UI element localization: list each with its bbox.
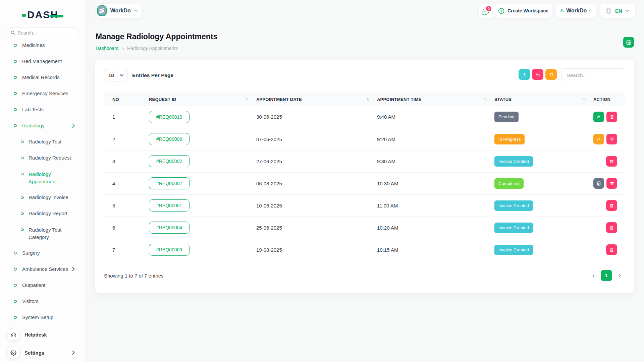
chevron-right-icon — [619, 274, 621, 278]
reset-button[interactable] — [532, 69, 543, 80]
request-id-pill[interactable]: #REQ00004 — [149, 222, 190, 234]
cell-no: 6 — [104, 217, 144, 239]
sidebar-item-helpdesk[interactable]: Helpdesk — [0, 325, 86, 344]
export-download-button[interactable] — [519, 69, 530, 80]
cell-status: Invoice Created — [490, 194, 589, 217]
sidebar-item-bed-management[interactable]: Bed Management — [0, 53, 86, 69]
entries-per-page-label: Entries Per Page — [132, 72, 173, 78]
pagination: 1 — [588, 270, 625, 281]
sidebar-item-radiology-request[interactable]: Radiology Request — [0, 150, 86, 166]
refresh-icon — [549, 72, 554, 77]
delete-action-button[interactable] — [606, 178, 617, 189]
create-workspace-button[interactable]: Create Workspace — [494, 4, 552, 18]
workdo-menu[interactable]: WorkDo — [556, 4, 596, 18]
bullet-icon — [20, 195, 24, 199]
sidebar-item-radiology-test[interactable]: Radiology Test — [0, 134, 86, 150]
status-badge: Invoice Created — [494, 223, 533, 233]
sidebar-item-radiology[interactable]: Radiology — [0, 118, 86, 134]
trash-icon — [609, 114, 614, 119]
sidebar-item-lab-tests[interactable]: Lab Tests — [0, 102, 86, 118]
brand-logo-accent-bar — [50, 15, 63, 17]
cell-status: Invoice Created — [490, 217, 589, 239]
column-header-status[interactable]: STATUS⇅ — [490, 93, 589, 106]
sidebar-item-ambulance-services[interactable]: Ambulance Services — [0, 261, 86, 277]
chevron-right-icon — [72, 351, 75, 355]
sidebar-item-outpatient[interactable]: Outpatient — [0, 277, 86, 293]
undo-icon — [535, 72, 540, 77]
globe-icon — [605, 7, 612, 14]
column-header-appointment-time[interactable]: APPOINTMENT TIME⇅ — [372, 93, 490, 106]
table-row: 6#REQ0000425-06-202510:20 AMInvoice Crea… — [104, 217, 625, 239]
page-title: Manage Radiology Appointments — [96, 32, 217, 41]
sidebar-item-settings[interactable]: Settings — [0, 344, 86, 362]
forward-icon — [596, 137, 601, 142]
request-id-pill[interactable]: #REQ00001 — [149, 199, 190, 212]
request-id-pill[interactable]: #REQ00002 — [149, 155, 190, 167]
cell-appointment-date: 30-06-2025 — [252, 106, 372, 128]
sort-icon: ⇅ — [367, 97, 370, 102]
entries-per-page-select[interactable]: 10 — [104, 69, 128, 81]
request-id-pill[interactable]: #REQ00007 — [149, 177, 190, 189]
request-id-pill[interactable]: #REQ00006 — [149, 133, 190, 145]
delete-action-button[interactable] — [606, 134, 617, 144]
language-selector[interactable]: EN — [600, 4, 635, 18]
workspace-name: WorkDo — [110, 8, 131, 14]
column-header-appointment-date[interactable]: APPOINTMENT DATE⇅ — [252, 93, 372, 106]
workspace-icon — [97, 5, 107, 16]
bullet-icon — [20, 172, 24, 176]
table-row: 4#REQ0000706-08-202510:30 AMCompleted — [104, 172, 625, 194]
delete-action-button[interactable] — [606, 200, 617, 211]
trash-icon — [609, 159, 614, 164]
cell-request-id: #REQ00009 — [144, 239, 252, 261]
headset-icon — [8, 329, 19, 340]
cell-no: 3 — [104, 150, 144, 172]
table-search-input[interactable] — [561, 68, 625, 82]
bullet-icon — [13, 92, 17, 95]
cell-appointment-date: 10-06-2025 — [252, 194, 372, 217]
pagination-prev-button[interactable] — [588, 270, 599, 281]
sidebar-item-emergency-services[interactable]: Emergency Services — [0, 85, 86, 102]
messages-button[interactable]: 0 — [479, 4, 495, 18]
refresh-button[interactable] — [545, 69, 557, 80]
plus-circle-icon — [498, 7, 505, 14]
sidebar-item-radiology-report[interactable]: Radiology Report — [0, 205, 86, 222]
pagination-next-button[interactable] — [614, 270, 625, 281]
forward-action-button[interactable] — [593, 134, 604, 144]
cell-request-id: #REQ00001 — [144, 194, 252, 217]
brand-logo[interactable]: DASH — [0, 9, 86, 20]
cell-appointment-time: 10:20 AM — [372, 217, 490, 239]
request-id-pill[interactable]: #REQ00010 — [149, 111, 190, 123]
status-badge: Invoice Created — [494, 245, 533, 255]
sidebar-item-medicines[interactable]: Medicines — [0, 37, 86, 53]
apps-grid-icon — [560, 8, 564, 14]
column-header-request-id[interactable]: REQUEST ID⇅ — [144, 93, 252, 106]
calendar-view-button[interactable] — [623, 37, 634, 48]
cell-action — [589, 217, 625, 239]
sidebar-item-system-setup[interactable]: System Setup — [0, 309, 86, 325]
delete-action-button[interactable] — [606, 244, 617, 255]
sidebar-item-radiology-appointment[interactable]: Radiology Appointment — [0, 166, 86, 189]
delete-action-button[interactable] — [606, 112, 617, 122]
breadcrumb: Dashboard > Radiology Appointments — [96, 46, 178, 51]
delete-action-button[interactable] — [606, 156, 617, 167]
sidebar-item-surgery[interactable]: Surgery — [0, 245, 86, 261]
invoice-action-button[interactable] — [593, 178, 604, 189]
bullet-icon — [13, 43, 17, 47]
cell-appointment-time: 11:00 AM — [372, 194, 490, 217]
request-id-pill[interactable]: #REQ00009 — [149, 244, 190, 256]
sidebar-item-radiology-test-category[interactable]: Radiology Test Category — [0, 222, 86, 245]
sidebar-search-input[interactable] — [6, 27, 79, 38]
sidebar-item-radiology-invoice[interactable]: Radiology Invoice — [0, 189, 86, 205]
sidebar-item-visitors[interactable]: Visitors — [0, 293, 86, 309]
cell-appointment-time: 10:30 AM — [372, 172, 490, 194]
workspace-switcher[interactable]: WorkDo — [96, 4, 142, 18]
sidebar-item-medical-records[interactable]: Medical Records — [0, 69, 86, 85]
delete-action-button[interactable] — [606, 222, 617, 233]
bullet-icon — [13, 299, 17, 303]
bullet-icon — [20, 156, 24, 160]
invoice-icon — [596, 181, 601, 186]
sidebar-search — [6, 27, 79, 38]
forward-action-button[interactable] — [593, 112, 604, 122]
breadcrumb-dashboard-link[interactable]: Dashboard — [96, 46, 119, 51]
pagination-page-1[interactable]: 1 — [601, 270, 612, 281]
